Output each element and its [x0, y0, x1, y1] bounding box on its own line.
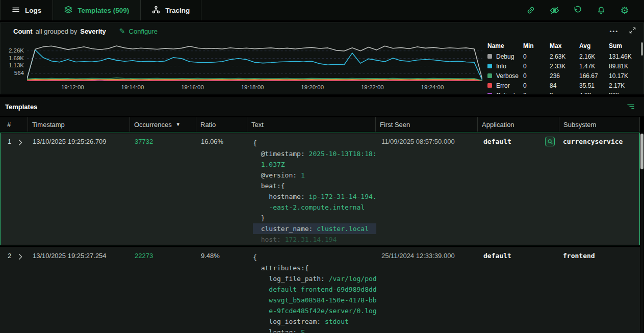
legend-row[interactable]: Critical094.93302 — [487, 90, 639, 94]
chart-body: 2.26K1.69K1.13K564 19:12:0019:14:0019:16… — [1, 39, 643, 94]
tab-logs-label: Logs — [25, 7, 41, 14]
table-scrollbar-thumb[interactable] — [640, 134, 643, 169]
col-header-ratio[interactable]: Ratio — [196, 117, 247, 132]
y-tick-label: 1.13K — [9, 62, 24, 68]
series-min: 0 — [523, 82, 550, 89]
col-header-text[interactable]: Text — [247, 117, 376, 132]
series-max: 84 — [550, 82, 579, 89]
legend-col-sum: Sum — [609, 42, 640, 49]
legend-col-avg: Avg — [579, 42, 609, 49]
legend-col-name: Name — [487, 42, 523, 49]
row-timestamp: 13/10/2025 19:25:27.254 — [29, 247, 131, 332]
col-header-subsystem[interactable]: Subsystem — [559, 117, 640, 132]
json-line: beat:{ — [253, 181, 376, 191]
legend-scrollbar[interactable] — [641, 42, 643, 56]
magnifier-chip-icon[interactable] — [545, 137, 555, 146]
chart-series-info — [27, 50, 482, 80]
json-line: 1.037Z — [253, 159, 376, 170]
legend-header: Name Min Max Avg Sum — [487, 41, 639, 50]
layers-icon — [64, 6, 72, 15]
series-name: Error — [496, 82, 510, 89]
series-min: 0 — [523, 53, 550, 60]
col-header-first-seen[interactable]: First Seen — [376, 117, 478, 132]
json-line: { — [253, 252, 376, 263]
series-sum: 10.17K — [609, 72, 640, 80]
series-avg: 2.16K — [579, 53, 609, 60]
link-icon[interactable] — [526, 5, 536, 15]
x-tick-label: 19:12:00 — [61, 84, 84, 90]
pencil-icon: ✎ — [119, 28, 125, 35]
col-header-timestamp[interactable]: Timestamp — [28, 117, 130, 132]
row-occurrences[interactable]: 22273 — [131, 247, 197, 332]
chart-svg — [27, 43, 482, 81]
template-row[interactable]: 113/10/2025 19:25:26.7093773216.06%{ @ti… — [0, 133, 640, 245]
json-line: wsvgt_b5a08584-150e-4178-bb0 — [253, 295, 376, 305]
top-nav: Logs Templates (509) Tracing ⚙ — [0, 0, 644, 20]
gear-icon[interactable]: ⚙ — [620, 5, 630, 15]
series-swatch — [487, 54, 492, 59]
row-occurrences[interactable]: 37732 — [131, 133, 197, 245]
json-line: e-9fcde485f42e/server/0.log — [253, 305, 376, 316]
series-swatch — [487, 73, 492, 78]
legend-row[interactable]: Error08435.512.17K — [487, 81, 639, 90]
nav-actions: ⚙ — [526, 0, 644, 20]
chevron-right-icon[interactable] — [18, 139, 22, 147]
templates-body: 113/10/2025 19:25:26.7093773216.06%{ @ti… — [0, 133, 640, 333]
chart-metric-label: Count — [13, 28, 33, 35]
eye-off-icon[interactable] — [549, 5, 559, 15]
chart-groupby-label: all grouped by — [36, 28, 78, 35]
series-sum: 89.81K — [609, 63, 640, 70]
series-swatch — [487, 64, 492, 68]
tab-tracing-label: Tracing — [165, 7, 190, 14]
templates-title: Templates — [5, 103, 37, 111]
json-line: @timestamp: 2025-10-13T18:18:2 — [253, 148, 376, 159]
bell-icon[interactable] — [596, 5, 606, 15]
legend-row[interactable]: Debug02.63K2.16K131.46K — [487, 52, 639, 61]
series-swatch — [487, 83, 492, 88]
chart-panel: Count all grouped by Severity ✎ Configur… — [0, 22, 644, 94]
tab-logs[interactable]: Logs — [0, 0, 53, 20]
json-line: attributes:{ — [253, 263, 376, 273]
series-min: 0 — [523, 63, 550, 70]
series-max: 2.63K — [550, 53, 579, 60]
legend-row[interactable]: Verbose0236166.6710.17K — [487, 71, 639, 81]
json-line: @version: 1 — [253, 170, 376, 181]
series-sum: 302 — [609, 92, 640, 94]
col-header-application[interactable]: Application — [478, 117, 559, 132]
templates-titlebar: Templates — [0, 97, 644, 116]
configure-button[interactable]: ✎ Configure — [119, 28, 158, 35]
ellipsis-icon[interactable]: ••• — [609, 28, 619, 34]
json-line: { — [253, 138, 376, 148]
row-subsystem: currencyservice — [563, 138, 623, 145]
row-ratio: 16.06% — [197, 133, 248, 245]
row-timestamp: 13/10/2025 19:25:26.709 — [29, 133, 131, 245]
template-row[interactable]: 213/10/2025 19:25:27.254222739.48%{ attr… — [0, 247, 640, 333]
undo-icon[interactable] — [573, 5, 583, 15]
series-avg: 35.51 — [579, 82, 609, 89]
chevron-right-icon[interactable] — [18, 253, 22, 262]
filter-icon[interactable] — [627, 103, 635, 111]
chart-header: Count all grouped by Severity ✎ Configur… — [1, 23, 643, 39]
x-tick-label: 19:20:00 — [301, 84, 324, 90]
series-avg: 1.47K — [579, 63, 609, 70]
tab-templates[interactable]: Templates (509) — [53, 0, 141, 20]
row-ratio: 9.48% — [197, 247, 248, 332]
templates-panel: Templates # Timestamp Occurrences ▼ Rati… — [0, 97, 644, 333]
expand-icon[interactable] — [629, 27, 636, 36]
x-tick-label: 19:22:00 — [361, 84, 384, 90]
tab-tracing[interactable]: Tracing — [141, 0, 201, 20]
configure-label: Configure — [129, 28, 158, 35]
series-swatch — [487, 93, 492, 94]
json-line: cluster_name: cluster.local — [253, 223, 376, 234]
trace-branch-icon — [152, 6, 160, 15]
table-scrollbar[interactable] — [640, 133, 643, 333]
row-number: 2 — [8, 252, 11, 260]
col-header-occurrences[interactable]: Occurrences ▼ — [130, 117, 196, 132]
json-line: } — [253, 213, 376, 223]
row-number: 1 — [8, 138, 11, 145]
series-name: Debug — [496, 53, 514, 60]
col-header-num[interactable]: # — [0, 117, 28, 132]
series-max: 9 — [550, 92, 579, 94]
series-sum: 131.46K — [609, 53, 640, 60]
legend-row[interactable]: Info02.33K1.47K89.81K — [487, 61, 639, 71]
